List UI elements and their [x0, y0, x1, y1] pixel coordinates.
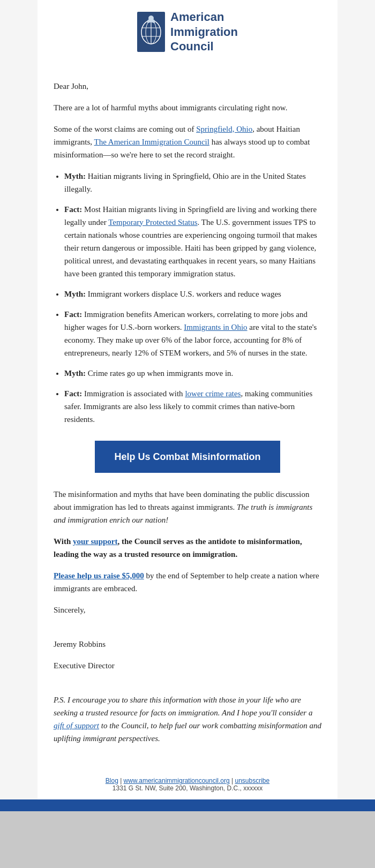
logo-area: American Immigration Council — [38, 10, 338, 54]
post-cta-para3: Please help us raise $5,000 by the end o… — [54, 569, 321, 595]
myth3-label: Myth: — [64, 369, 86, 378]
para1: There are a lot of harmful myths about i… — [54, 101, 321, 114]
myths-facts-list: Myth: Haitian migrants living in Springf… — [64, 170, 321, 426]
fact1-item: Fact: Most Haitian migrants living in Sp… — [64, 203, 321, 280]
gift-of-support-link[interactable]: gift of support — [54, 721, 99, 730]
fact1-label: Fact: — [64, 205, 82, 214]
footer-links: Blog | www.americanimmigrationcouncil.or… — [38, 769, 338, 799]
website-link[interactable]: www.americanimmigrationcouncil.org — [124, 777, 230, 784]
myth2-text: Immigrant workers displace U.S. workers … — [86, 290, 281, 298]
myth3-item: Myth: Crime rates go up when immigrants … — [64, 367, 321, 380]
cta-section: Help Us Combat Misinformation — [54, 441, 321, 473]
blog-link[interactable]: Blog — [106, 777, 118, 784]
fundraise-link[interactable]: Please help us raise $5,000 — [54, 571, 144, 580]
fact2-label: Fact: — [64, 310, 82, 319]
your-support-link[interactable]: your support — [73, 537, 118, 546]
para2: Some of the worst claims are coming out … — [54, 123, 321, 161]
signature-title: Executive Director — [54, 659, 321, 672]
ps-paragraph: P.S. I encourage you to share this infor… — [54, 693, 321, 745]
post-cta-para1: The misinformation and myths that have b… — [54, 488, 321, 526]
myth1-text: Haitian migrants living in Springfield, … — [64, 172, 306, 193]
unsubscribe-link[interactable]: unsubscribe — [235, 777, 269, 784]
myth2-item: Myth: Immigrant workers displace U.S. wo… — [64, 288, 321, 300]
post-cta-para2: With your support, the Council serves as… — [54, 535, 321, 561]
aic-logo-icon — [137, 12, 165, 52]
immigrants-ohio-link[interactable]: Immigrants in Ohio — [184, 323, 247, 331]
springfield-ohio-link[interactable]: Springfield, Ohio — [196, 125, 252, 133]
email-header: American Immigration Council — [38, 0, 338, 64]
footer-bar — [0, 799, 375, 811]
signature-name: Jeremy Robbins — [54, 638, 321, 651]
footer-address: 1331 G St. NW, Suite 200, Washington, D.… — [112, 784, 262, 792]
myth1-item: Myth: Haitian migrants living in Springf… — [64, 170, 321, 195]
tps-link[interactable]: Temporary Protected Status — [108, 218, 197, 227]
myth3-text: Crime rates go up when immigrants move i… — [86, 369, 233, 378]
fact2-item: Fact: Immigration benefits American work… — [64, 308, 321, 359]
closing: Sincerely, — [54, 603, 321, 616]
logo-text: American Immigration Council — [170, 10, 238, 54]
email-body: Dear John, There are a lot of harmful my… — [38, 64, 338, 770]
lower-crime-rates-link[interactable]: lower crime rates — [185, 389, 241, 398]
fact3-label: Fact: — [64, 389, 82, 398]
myth1-label: Myth: — [64, 172, 86, 180]
greeting: Dear John, — [54, 80, 321, 93]
aic-link[interactable]: The American Immigration Council — [94, 138, 209, 146]
cta-button[interactable]: Help Us Combat Misinformation — [95, 441, 280, 473]
fact3-item: Fact: Immigration is associated with low… — [64, 387, 321, 426]
myth2-label: Myth: — [64, 290, 86, 298]
